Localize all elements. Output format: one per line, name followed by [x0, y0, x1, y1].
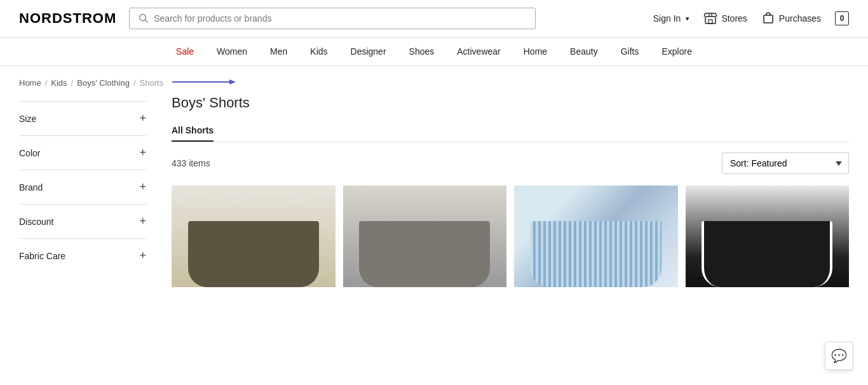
breadcrumb-arrow — [172, 78, 236, 88]
sign-in-caret-icon: ▾ — [686, 15, 689, 23]
search-input[interactable] — [154, 13, 526, 24]
filter-color-plus-icon: + — [139, 146, 146, 159]
content-area: Boys' Shorts All Shorts 433 items Sort: … — [159, 95, 849, 287]
sort-wrapper: Sort: Featured Price: Low to High Price:… — [722, 152, 849, 174]
breadcrumb-current: Shorts — [140, 78, 164, 88]
nav-item-explore[interactable]: Explore — [661, 46, 691, 57]
nav-item-home[interactable]: Home — [524, 46, 547, 57]
cart-button[interactable]: 0 — [835, 11, 849, 25]
filter-fabric-care-plus-icon: + — [139, 249, 146, 262]
main-nav: Sale Women Men Kids Designer Shoes Activ… — [0, 37, 868, 66]
filter-color: Color + — [19, 135, 146, 170]
product-card[interactable] — [172, 186, 336, 287]
purchases-button[interactable]: Purchases — [761, 11, 821, 25]
search-icon — [139, 13, 149, 24]
sort-select[interactable]: Sort: Featured Price: Low to High Price:… — [722, 152, 849, 174]
nav-item-activewear[interactable]: Activewear — [457, 46, 500, 57]
nav-item-gifts[interactable]: Gifts — [621, 46, 639, 57]
sidebar-filters: Size + Color + Brand + Discount + Fabric — [19, 95, 159, 287]
product-image-3 — [531, 221, 661, 287]
product-card[interactable] — [686, 186, 850, 287]
filter-brand-plus-icon: + — [139, 180, 146, 194]
product-card[interactable] — [343, 186, 507, 287]
product-card[interactable] — [514, 186, 678, 287]
logo[interactable]: NORDSTROM — [19, 10, 116, 27]
nav-item-women[interactable]: Women — [217, 46, 247, 57]
nav-item-beauty[interactable]: Beauty — [570, 46, 598, 57]
header: NORDSTROM Sign In ▾ Stores — [0, 0, 868, 37]
search-bar[interactable] — [129, 8, 536, 29]
filter-size-header[interactable]: Size + — [19, 112, 146, 125]
purchases-icon — [761, 11, 775, 25]
product-image-4 — [702, 221, 832, 287]
breadcrumb-home[interactable]: Home — [19, 78, 41, 88]
filter-brand: Brand + — [19, 170, 146, 204]
results-bar: 433 items Sort: Featured Price: Low to H… — [172, 152, 849, 174]
header-right: Sign In ▾ Stores Purchases 0 — [653, 11, 849, 25]
svg-marker-8 — [229, 79, 236, 84]
breadcrumb-boys-clothing[interactable]: Boys' Clothing — [77, 78, 130, 88]
filter-brand-header[interactable]: Brand + — [19, 180, 146, 194]
filter-size: Size + — [19, 101, 146, 135]
svg-rect-6 — [764, 15, 773, 23]
stores-button[interactable]: Stores — [703, 11, 747, 25]
filter-fabric-care-label: Fabric Care — [19, 251, 65, 261]
filter-discount-label: Discount — [19, 217, 53, 227]
stores-icon — [703, 11, 717, 25]
product-image-1 — [188, 221, 319, 287]
filter-fabric-care-header[interactable]: Fabric Care + — [19, 249, 146, 262]
nav-item-sale[interactable]: Sale — [176, 46, 194, 57]
filter-brand-label: Brand — [19, 182, 43, 192]
nav-item-shoes[interactable]: Shoes — [409, 46, 435, 57]
tab-all-shorts[interactable]: All Shorts — [172, 120, 214, 142]
breadcrumb-sep-2: / — [71, 78, 74, 88]
cart-badge: 0 — [835, 11, 849, 25]
breadcrumb-kids[interactable]: Kids — [51, 78, 67, 88]
main-content: Size + Color + Brand + Discount + Fabric — [0, 95, 868, 287]
svg-rect-3 — [709, 20, 712, 24]
filter-discount-plus-icon: + — [139, 215, 146, 228]
breadcrumb-sep-3: / — [133, 78, 136, 88]
breadcrumb: Home / Kids / Boys' Clothing / Shorts — [0, 66, 868, 95]
product-image-2 — [359, 221, 490, 287]
product-grid — [172, 186, 849, 287]
nav-item-men[interactable]: Men — [270, 46, 287, 57]
filter-fabric-care: Fabric Care + — [19, 238, 146, 273]
page-title: Boys' Shorts — [172, 95, 849, 111]
filter-discount: Discount + — [19, 204, 146, 238]
filter-color-label: Color — [19, 148, 40, 158]
filter-size-plus-icon: + — [139, 112, 146, 125]
sign-in-button[interactable]: Sign In ▾ — [653, 13, 690, 24]
items-count: 433 items — [172, 158, 210, 168]
filter-size-label: Size — [19, 114, 36, 124]
filter-color-header[interactable]: Color + — [19, 146, 146, 159]
nav-item-kids[interactable]: Kids — [310, 46, 327, 57]
svg-line-1 — [146, 20, 148, 23]
nav-item-designer[interactable]: Designer — [351, 46, 386, 57]
breadcrumb-sep-1: / — [45, 78, 48, 88]
filter-discount-header[interactable]: Discount + — [19, 215, 146, 228]
tabs: All Shorts — [172, 120, 849, 142]
